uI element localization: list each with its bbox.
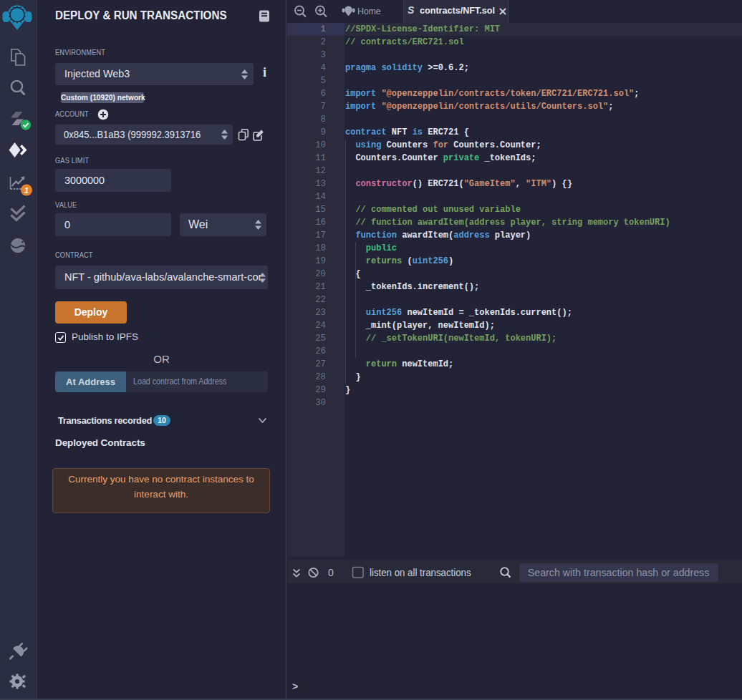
svg-text:1: 1	[24, 186, 29, 195]
